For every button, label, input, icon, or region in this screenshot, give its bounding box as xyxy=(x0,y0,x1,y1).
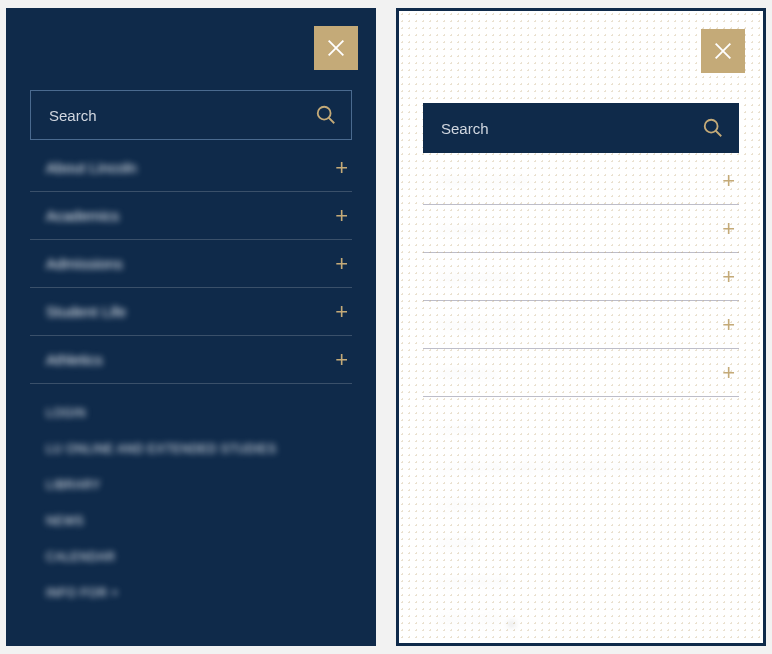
search-button[interactable] xyxy=(695,110,731,146)
link-login[interactable]: LOGIN xyxy=(46,406,352,420)
close-button[interactable] xyxy=(314,26,358,70)
link-label: INFO FOR xyxy=(439,614,500,628)
svg-line-7 xyxy=(716,131,722,137)
expand-icon: + xyxy=(335,205,348,227)
menu-item-about[interactable]: About Lincoln + xyxy=(30,144,352,192)
expand-icon: + xyxy=(335,301,348,323)
menu-item-admissions[interactable]: Admissions + xyxy=(30,240,352,288)
main-menu: About Lincoln + Academics + Admissions +… xyxy=(30,144,352,384)
menu-label: Student Life xyxy=(46,303,126,320)
close-icon xyxy=(712,40,734,62)
secondary-links: LOGIN LU ONLINE AND EXTENDED STUDIES LIB… xyxy=(46,406,352,600)
search-icon xyxy=(702,117,724,139)
close-icon xyxy=(325,37,347,59)
link-news[interactable]: NEWS xyxy=(439,537,739,551)
menu-item-athletics[interactable]: Athletics + xyxy=(30,336,352,384)
chevron-down-icon: ⌄ xyxy=(506,613,519,629)
link-news[interactable]: NEWS xyxy=(46,514,352,528)
expand-icon: + xyxy=(335,349,348,371)
search-input[interactable] xyxy=(423,103,739,153)
menu-label: Student Life xyxy=(439,316,519,333)
menu-label: Athletics xyxy=(439,364,496,381)
menu-label: Admissions xyxy=(439,268,516,285)
link-online-studies[interactable]: LU ONLINE AND EXTENDED STUDIES xyxy=(439,461,739,475)
nav-panel-left: About Lincoln + Academics + Admissions +… xyxy=(6,8,376,646)
svg-point-6 xyxy=(705,120,718,133)
expand-icon: + xyxy=(335,253,348,275)
search-input[interactable] xyxy=(30,90,352,140)
link-info-for[interactable]: INFO FOR ⌄ xyxy=(439,613,739,629)
link-calendar[interactable]: CALENDAR xyxy=(439,575,739,589)
menu-label: Academics xyxy=(46,207,119,224)
close-button[interactable] xyxy=(701,29,745,73)
svg-line-3 xyxy=(329,118,335,124)
menu-label: Admissions xyxy=(46,255,123,272)
link-online-studies[interactable]: LU ONLINE AND EXTENDED STUDIES xyxy=(46,442,352,456)
search-row xyxy=(423,103,739,153)
menu-label: About Lincoln xyxy=(439,172,530,189)
menu-label: Academics xyxy=(439,220,512,237)
menu-label: About Lincoln xyxy=(46,159,137,176)
link-info-for[interactable]: INFO FOR + xyxy=(46,586,352,600)
menu-item-student-life[interactable]: Student Life + xyxy=(30,288,352,336)
search-icon xyxy=(315,104,337,126)
search-row xyxy=(30,90,352,140)
nav-panel-right: About Lincoln + Academics + Admissions +… xyxy=(396,8,766,646)
expand-icon: + xyxy=(335,157,348,179)
link-calendar[interactable]: CALENDAR xyxy=(46,550,352,564)
link-library[interactable]: LIBRARY xyxy=(439,499,739,513)
link-library[interactable]: LIBRARY xyxy=(46,478,352,492)
svg-point-2 xyxy=(318,107,331,120)
link-login[interactable]: LOGIN xyxy=(439,423,739,437)
menu-label: Athletics xyxy=(46,351,103,368)
search-button[interactable] xyxy=(308,97,344,133)
menu-item-academics[interactable]: Academics + xyxy=(30,192,352,240)
